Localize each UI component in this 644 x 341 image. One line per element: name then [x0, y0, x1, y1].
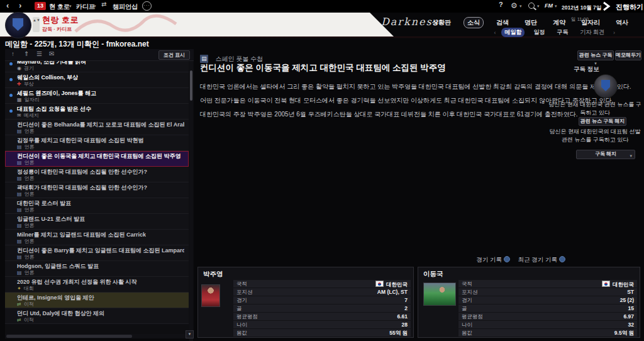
primary-nav-item[interactable]: 명단 [521, 18, 540, 28]
mail-item[interactable]: 곽태휘가 대한민국 대표팀에 소집될 만한 선수인가? ▤언론 [5, 182, 189, 198]
mail-item[interactable]: 셰필드 웬즈데이, Jones를 해고 ▦일자리 [5, 88, 189, 104]
press-icon: ▤ [17, 238, 22, 244]
mail-item-title: 컨디션이 좋은 Barry를 제치고 잉글랜드 대표팀에 소집된 Lampard [17, 247, 184, 255]
stat-label: 골 [462, 305, 467, 313]
category-label: 언론 [25, 176, 35, 181]
article-paragraph: 대한민국 언론에서는 셀타에서 그리 좋은 활약을 펼치지 못하고 있는 박주영… [200, 82, 547, 91]
player-name[interactable]: 박주영 [203, 270, 223, 279]
club-crest-logo[interactable] [5, 12, 31, 38]
press-icon: ▤ [17, 128, 22, 134]
stat-value: 55억 원 [389, 330, 408, 337]
back-icon[interactable]: ‹ [6, 1, 9, 10]
primary-nav-item[interactable]: 소식 [464, 17, 484, 28]
primary-nav-item[interactable]: 역사 [613, 18, 631, 28]
category-label: 일자리 [25, 97, 40, 103]
mail-item[interactable]: 던디 Utd, Daly에 대한 협상안 제의 ⇄이적 [5, 308, 189, 324]
press-icon: ▤ [17, 207, 22, 213]
stat-row: 몸값 9.5억 원 [458, 329, 637, 337]
message-icon: ✉ [17, 113, 21, 118]
forward-icon[interactable]: › [19, 1, 21, 10]
transfer-icon: ⇄ [17, 301, 21, 307]
fm-menu[interactable]: FM [545, 3, 553, 9]
mail-item[interactable]: 대표팀 소집 요청을 받은 선수 ✉메세지 [5, 104, 189, 120]
inbox-panel: ↑ ⇑ ☰ ✉ 조건 표시 Maynard, 소집 기대를 밝혀 ◉경기 웨일 [5, 49, 194, 338]
mail-item[interactable]: 대한민국 로스터 발표 ▤언론 [5, 198, 189, 214]
scroll-down-icon[interactable]: ▼ [186, 330, 194, 338]
vertical-scrollbar[interactable] [189, 61, 193, 341]
mail-item[interactable]: 컨디션이 좋은 Barry를 제치고 잉글랜드 대표팀에 소집된 Lampard… [5, 245, 189, 261]
list-view-icon[interactable]: ☰ [36, 50, 42, 57]
mail-item[interactable]: 웨일스의 Collison, 부상 ✚부상 [5, 72, 189, 88]
horizontal-scrollbar[interactable] [5, 334, 186, 338]
expand-icon[interactable] [504, 256, 510, 262]
secondary-nav-item[interactable]: 구독 [553, 28, 571, 37]
unsubscribe-button[interactable]: 구독 해지▾ [576, 150, 635, 159]
player-panel-lee-dongguk: 이동국 국적 대한민국 포지션 ST 경기 25 (2) [418, 267, 640, 338]
category-label: 이적 [24, 301, 34, 307]
mail-item-category: ▤언론 [17, 128, 35, 135]
mail-item[interactable]: 잉글랜드 U-21 로스터 발표 ▤언론 [5, 214, 189, 230]
player-name[interactable]: 이동국 [423, 270, 443, 279]
nav-prev-icon[interactable]: ‹ [494, 30, 496, 36]
mail-item[interactable]: Hodgson, 잉글랜드 스쿼드 발표 ▤언론 [5, 261, 189, 277]
world-icon[interactable]: ··· [142, 1, 152, 11]
team-menu[interactable]: 카디프 [76, 3, 95, 11]
expand-icon[interactable] [559, 256, 565, 262]
team-stepper[interactable]: ▲▼ [33, 17, 40, 32]
recent-match-log-link[interactable]: 최근 경기 기록 [518, 256, 557, 263]
primary-nav-item[interactable]: 검색 [493, 18, 512, 28]
category-label: 메세지 [24, 113, 39, 118]
mail-item[interactable]: Maynard, 소집 기대를 밝혀 ◉경기 [5, 61, 189, 72]
mail-item[interactable]: 인테르, Insigne의 영입을 제안 ⇄이적 [5, 293, 189, 308]
primary-nav-item[interactable]: 상황판 [429, 18, 454, 28]
search-icon[interactable] [528, 3, 535, 9]
filter-button[interactable]: 조건 표시 [158, 50, 190, 60]
match-log-link[interactable]: 경기 기록 [476, 256, 502, 263]
category-label: 언론 [25, 160, 35, 165]
continue-arrow-icon[interactable] [601, 1, 612, 11]
mail-item[interactable]: 2020 유럽 선수권 개최지 선정을 위한 사활 시작 ✦대회 [5, 277, 189, 293]
primary-nav-item[interactable]: 일자리 [578, 18, 603, 28]
scrollbar-thumb[interactable] [6, 335, 132, 338]
swap-icon[interactable]: ⇄ [101, 1, 106, 8]
scrollbar-thumb[interactable] [190, 70, 192, 101]
competition-menu[interactable]: 챔피언십 [113, 3, 138, 11]
mail-item-category: ⇄이적 [17, 316, 34, 323]
mail-item-category: ▤언론 [17, 238, 35, 245]
mail-item-category: ▦일자리 [17, 96, 40, 103]
inbox-count-badge: 13 [35, 2, 46, 10]
mail-list-viewport: Maynard, 소집 기대를 밝혀 ◉경기 웨일스의 Collison, 부상… [5, 61, 189, 341]
secondary-nav-item[interactable]: 일정 [530, 28, 548, 37]
date-text: 2012년 10월 7일 [562, 4, 601, 11]
secondary-nav-item[interactable]: 기자 회견 [577, 28, 608, 37]
unsubscribe-related-news-button[interactable]: 관련 뉴스 구독 해지 [579, 117, 626, 126]
move-up-icon[interactable]: ↑ [11, 50, 14, 57]
sort-icon[interactable]: ⇑ [24, 50, 29, 57]
stat-row: 포지션 AM (LC), ST [233, 288, 411, 296]
mail-item[interactable]: 김정우를 제치고 대한민국 대표팀에 소집된 박현범 ▤언론 [5, 135, 189, 151]
manager-menu[interactable]: 현 호로 [49, 3, 70, 11]
korea-fa-badge [594, 74, 618, 98]
mail-item-title: Milner를 제치고 잉글랜드 대표팀에 소집된 Carrick [17, 231, 146, 239]
continue-button[interactable]: 진행하기 [616, 3, 643, 12]
stat-row: 평균평점 6.97 [458, 313, 637, 320]
mail-item[interactable]: Milner를 제치고 잉글랜드 대표팀에 소집된 Carrick ▤언론 [5, 230, 189, 245]
job-icon: ▦ [17, 97, 22, 103]
mail-item[interactable]: 컨디션이 좋은 Belhanda를 제치고 모로코 대표팀에 소집된 El Ar… [5, 120, 189, 135]
memo-button[interactable]: 메모해두기 [615, 50, 641, 60]
mail-item[interactable]: 컨디션이 좋은 이동국을 제치고 대한민국 대표팀에 소집된 박주영 ▤언론 [5, 151, 189, 167]
unread-dot [9, 78, 13, 81]
primary-nav-item[interactable]: 계약 [550, 18, 569, 28]
stat-value: 6.61 [397, 313, 408, 320]
nav-next-icon[interactable]: › [613, 30, 615, 36]
chevron-down-icon: ▾ [594, 61, 597, 65]
mail-item[interactable]: 정성룡이 대한민국 대표팀에 소집될 만한 선수인가? ▤언론 [5, 167, 189, 182]
player-stats: 국적 대한민국 포지션 AM (LC), ST 경기 7 골 2 [233, 280, 411, 337]
secondary-nav-item[interactable]: 메일함 [501, 28, 525, 37]
stat-row: 골 2 [233, 305, 411, 312]
stat-row: 국적 대한민국 [233, 280, 411, 288]
gear-icon[interactable]: ⚙ [511, 1, 518, 10]
mail-icon[interactable]: ✉ [49, 50, 54, 57]
related-news-subscribe-button[interactable]: 관련 뉴스 구독 ▾ [577, 50, 614, 60]
help-icon[interactable]: ? [499, 1, 503, 8]
